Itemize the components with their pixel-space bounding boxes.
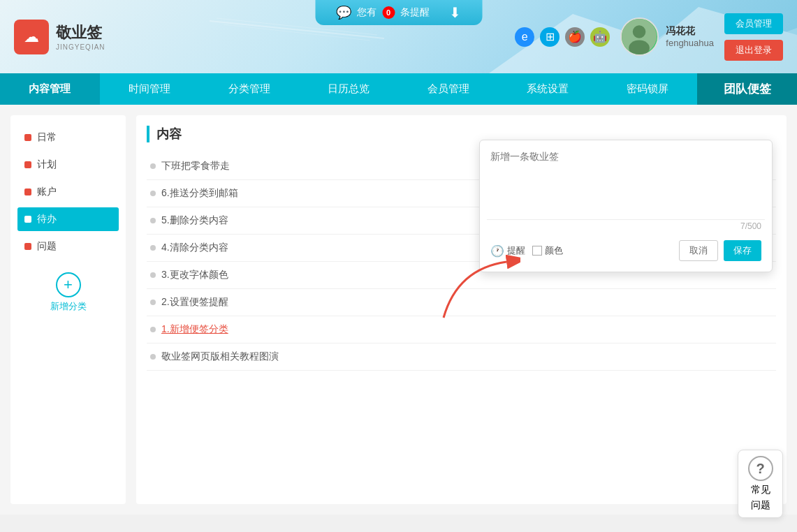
- logo-cn: 敬业签: [56, 22, 105, 43]
- content-area: 内容 下班把零食带走 6.推送分类到邮箱 5.删除分类内容 4.清除分类内容 3…: [136, 115, 787, 504]
- sidebar-item-daily[interactable]: 日常: [17, 126, 119, 149]
- sidebar-dot-plan: [24, 161, 31, 168]
- faq-icon: ?: [748, 456, 773, 481]
- nav-item-lock[interactable]: 密码锁屏: [598, 73, 698, 105]
- list-item-8[interactable]: 敬业签网页版相关教程图演: [147, 343, 776, 371]
- list-item-6[interactable]: 2.设置便签提醒: [147, 289, 776, 316]
- bullet-5: [150, 272, 156, 278]
- platform-icons: e ⊞ 🍎 🤖: [515, 27, 610, 47]
- bullet-6: [150, 300, 156, 305]
- svg-point-7: [629, 40, 650, 56]
- bullet-1: [150, 163, 156, 169]
- bullet-7: [150, 327, 156, 332]
- plus-icon: +: [56, 272, 81, 297]
- notif-text-pre: 您有: [357, 6, 376, 19]
- user-name-en: fenghuahua: [666, 38, 714, 48]
- reminder-button[interactable]: 🕐 提醒: [490, 244, 525, 258]
- member-manage-button[interactable]: 会员管理: [724, 13, 783, 34]
- main-nav: 内容管理 时间管理 分类管理 日历总览 会员管理 系统设置 密码锁屏 团队便签: [0, 73, 797, 105]
- notif-count-badge: 0: [382, 6, 395, 19]
- sidebar-item-todo[interactable]: 待办: [17, 207, 119, 231]
- nav-item-system[interactable]: 系统设置: [498, 73, 598, 105]
- bullet-4: [150, 245, 156, 251]
- logo-icon: ☁: [14, 20, 49, 54]
- sidebar-dot-account: [24, 189, 31, 195]
- user-info: 冯花花 fenghuahua: [666, 25, 714, 48]
- save-button[interactable]: 保存: [724, 240, 761, 261]
- nav-item-team[interactable]: 团队便签: [697, 73, 797, 105]
- bullet-8: [150, 354, 156, 360]
- logo-area: ☁ 敬业签 JINGYEQIAN: [14, 20, 105, 54]
- logo-en: JINGYEQIAN: [56, 43, 105, 51]
- sidebar-item-plan[interactable]: 计划: [17, 153, 119, 177]
- sidebar-dot-daily: [24, 134, 31, 141]
- cancel-button[interactable]: 取消: [679, 240, 718, 261]
- popup-footer: 🕐 提醒 颜色 取消 保存: [487, 237, 765, 265]
- sidebar-item-account[interactable]: 账户: [17, 180, 119, 204]
- android-icon[interactable]: 🤖: [590, 27, 610, 47]
- color-option[interactable]: 颜色: [532, 244, 563, 257]
- clock-icon: 🕐: [490, 244, 504, 258]
- faq-button[interactable]: ? 常见 问题: [738, 450, 783, 518]
- windows-icon[interactable]: ⊞: [540, 27, 560, 47]
- new-note-textarea[interactable]: [487, 147, 765, 217]
- faq-label-bottom: 问题: [751, 499, 770, 512]
- popup-footer-right: 取消 保存: [679, 240, 761, 261]
- sidebar-new-category[interactable]: + 新增分类: [17, 272, 119, 313]
- header-buttons: 会员管理 退出登录: [724, 13, 783, 61]
- sidebar-new-label: 新增分类: [50, 300, 87, 313]
- sidebar-dot-problem: [24, 243, 31, 250]
- notif-icon: 💬: [336, 5, 351, 20]
- nav-item-member[interactable]: 会员管理: [399, 73, 499, 105]
- avatar: [620, 17, 659, 56]
- notif-down-arrow[interactable]: ⬇: [449, 4, 461, 21]
- main-area: 日常 计划 账户 待办 问题 + 新增分类 内容 下班把零食带走: [0, 105, 797, 515]
- logout-button[interactable]: 退出登录: [724, 40, 783, 61]
- notif-text-post: 条提醒: [400, 6, 430, 19]
- nav-item-calendar[interactable]: 日历总览: [299, 73, 399, 105]
- notification-bar: 💬 您有 0 条提醒 ⬇: [315, 0, 482, 25]
- sidebar: 日常 计划 账户 待办 问题 + 新增分类: [10, 115, 126, 504]
- apple-icon[interactable]: 🍎: [565, 27, 585, 47]
- nav-item-time[interactable]: 时间管理: [100, 73, 200, 105]
- color-checkbox[interactable]: [532, 246, 542, 256]
- nav-item-content[interactable]: 内容管理: [0, 73, 100, 105]
- nav-item-category[interactable]: 分类管理: [199, 73, 299, 105]
- bullet-2: [150, 191, 156, 196]
- sidebar-dot-todo: [24, 216, 31, 223]
- logo-text: 敬业签 JINGYEQIAN: [56, 22, 105, 51]
- list-item-7[interactable]: 1.新增便签分类: [147, 316, 776, 343]
- popup-counter: 7/500: [487, 219, 765, 232]
- svg-point-6: [633, 25, 646, 38]
- popup-panel: 7/500 🕐 提醒 颜色 取消 保存: [479, 140, 773, 272]
- user-name-cn: 冯花花: [666, 25, 714, 38]
- sidebar-item-problem[interactable]: 问题: [17, 235, 119, 258]
- ie-icon[interactable]: e: [515, 27, 534, 47]
- bullet-3: [150, 218, 156, 223]
- header-right: e ⊞ 🍎 🤖 冯花花 fenghuahua 会员管理 退出登录: [515, 13, 783, 61]
- popup-footer-left: 🕐 提醒 颜色: [490, 244, 563, 258]
- faq-label-top: 常见: [751, 484, 770, 496]
- user-area: 冯花花 fenghuahua: [620, 17, 714, 56]
